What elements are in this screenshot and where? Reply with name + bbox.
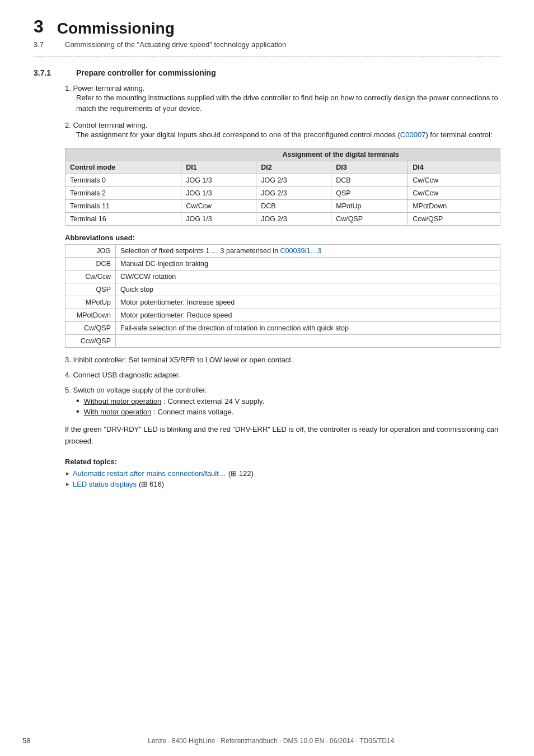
- list-item-3: 3. Inhibit controller: Set terminal X5/R…: [65, 356, 500, 364]
- chapter-title: Commissioning: [57, 17, 175, 38]
- item-2-desc: The assignment for your digital inputs s…: [76, 129, 500, 141]
- list-item-2: 2. Control terminal wiring. The assignme…: [65, 121, 500, 348]
- abbr-row: Ccw/QSP: [65, 335, 500, 348]
- table-row: Terminal 16JOG 1/3JOG 2/3Cw/QSPCcw/QSP: [65, 213, 500, 226]
- related-topics-title: Related topics:: [65, 458, 500, 466]
- abbr-row: MPotDownMotor potentiometer: Reduce spee…: [65, 309, 500, 322]
- related-ref-1: (⊞ 122): [228, 469, 254, 478]
- col-header-di4: DI4: [408, 161, 500, 174]
- bullet-2: •: [76, 407, 79, 416]
- footer-center-text: Lenze · 8400 HighLine · Referenzhandbuch…: [148, 737, 394, 745]
- c00007-link[interactable]: C00007: [400, 130, 426, 139]
- terminal-table-container: Assignment of the digital terminals Cont…: [65, 148, 500, 226]
- subsection-header: 3.7.1 Prepare controller for commissioni…: [34, 68, 500, 77]
- list-item-4: 4. Connect USB diagnostic adapter.: [65, 371, 500, 379]
- related-link-2[interactable]: LED status displays: [73, 480, 137, 488]
- with-motor-rest: : Connect mains voltage.: [153, 408, 233, 416]
- table-row: Terminals 0JOG 1/3JOG 2/3DCBCw/Ccw: [65, 174, 500, 187]
- page-footer: 58 Lenze · 8400 HighLine · Referenzhandb…: [0, 736, 534, 745]
- list-item-5: 5. Switch on voltage supply of the contr…: [65, 386, 500, 416]
- table-row: Terminals 11Cw/CcwDCBMPotUpMPotDown: [65, 200, 500, 213]
- page-number: 58: [22, 736, 30, 745]
- abbr-row: Cw/QSPFail-safe selection of the directi…: [65, 322, 500, 335]
- abbreviations-table: JOGSelection of fixed setpoints 1 … 3 pa…: [65, 244, 500, 348]
- table-group-header: Assignment of the digital terminals: [181, 148, 500, 161]
- item-1-num: 1.: [65, 84, 73, 92]
- item-3-text: Inhibit controller: Set terminal X5/RFR …: [73, 356, 293, 364]
- abbr-title: Abbreviations used:: [65, 234, 500, 242]
- table-empty-header: [65, 148, 181, 161]
- item-2-title: Control terminal wiring.: [73, 121, 147, 129]
- chapter-header: 3 Commissioning: [34, 17, 500, 38]
- item-1-title: Power terminal wiring.: [73, 84, 144, 92]
- sub-item-with-motor: • With motor operation: Connect mains vo…: [76, 407, 500, 416]
- terminal-assignment-table: Assignment of the digital terminals Cont…: [65, 148, 500, 226]
- main-content: 1. Power terminal wiring. Refer to the m…: [65, 84, 500, 488]
- abbr-row: Cw/CcwCW/CCW rotation: [65, 270, 500, 283]
- section-divider: [34, 57, 500, 57]
- without-motor-rest: : Connect external 24 V supply.: [163, 397, 264, 405]
- abbr-row: QSPQuick stop: [65, 283, 500, 296]
- abbr-row: JOGSelection of fixed setpoints 1 … 3 pa…: [65, 245, 500, 258]
- subsection-title: Prepare controller for commissioning: [76, 68, 216, 77]
- table-row: Terminals 2JOG 1/3JOG 2/3QSPCw/Ccw: [65, 187, 500, 200]
- col-header-di3: DI3: [331, 161, 408, 174]
- ready-paragraph: If the green "DRV-RDY" LED is blinking a…: [65, 424, 500, 447]
- voltage-supply-sublist: • Without motor operation: Connect exter…: [76, 396, 500, 416]
- item-2-num: 2.: [65, 121, 73, 129]
- section-number: 3.7: [34, 40, 65, 49]
- related-item-2: ► LED status displays (⊞ 616): [65, 480, 500, 488]
- abbr-row: DCBManual DC-injection braking: [65, 258, 500, 270]
- item-4-text: Connect USB diagnostic adapter.: [73, 371, 180, 379]
- section-header: 3.7 Commissioning of the "Actuating driv…: [34, 40, 500, 49]
- preparation-list: 1. Power terminal wiring. Refer to the m…: [65, 84, 500, 348]
- arrow-icon-2: ►: [65, 481, 71, 487]
- subsection-number: 3.7.1: [34, 68, 67, 77]
- without-motor-label: Without motor operation: [84, 397, 162, 405]
- page: 3 Commissioning 3.7 Commissioning of the…: [0, 0, 534, 756]
- related-link-1[interactable]: Automatic restart after mains connection…: [73, 469, 226, 478]
- col-header-di2: DI2: [256, 161, 331, 174]
- bullet-1: •: [76, 396, 79, 405]
- chapter-number: 3: [34, 17, 44, 36]
- item-5-text: Switch on voltage supply of the controll…: [73, 386, 207, 394]
- section-text: Commissioning of the "Actuating drive sp…: [65, 40, 286, 49]
- abbr-row: MPotUpMotor potentiometer: Increase spee…: [65, 296, 500, 309]
- item-2-desc-after: ) for terminal control:: [425, 130, 492, 139]
- col-header-control-mode: Control mode: [65, 161, 181, 174]
- related-topics-list: ► Automatic restart after mains connecti…: [65, 469, 500, 488]
- with-motor-label: With motor operation: [84, 408, 152, 416]
- arrow-icon-1: ►: [65, 470, 71, 477]
- col-header-di1: DI1: [181, 161, 256, 174]
- item-2-desc-before: The assignment for your digital inputs s…: [76, 130, 400, 139]
- sub-item-without-motor: • Without motor operation: Connect exter…: [76, 396, 500, 405]
- steps-3-5-list: 3. Inhibit controller: Set terminal X5/R…: [65, 356, 500, 416]
- list-item-1: 1. Power terminal wiring. Refer to the m…: [65, 84, 500, 114]
- related-ref-2: (⊞ 616): [139, 480, 164, 488]
- item-1-desc: Refer to the mounting instructions suppl…: [76, 92, 500, 114]
- related-item-1: ► Automatic restart after mains connecti…: [65, 469, 500, 478]
